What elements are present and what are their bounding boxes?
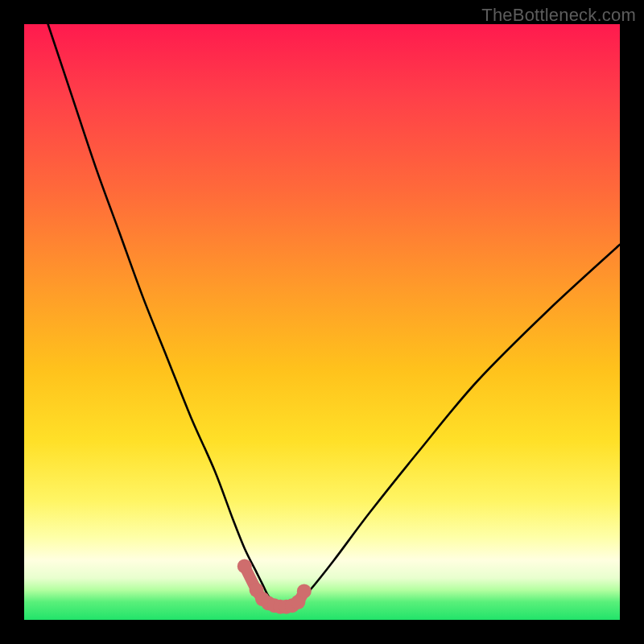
highlight-marker <box>297 584 312 598</box>
plot-area <box>24 24 620 620</box>
highlight-markers <box>237 559 312 613</box>
highlight-marker <box>237 559 252 573</box>
chart-frame: TheBottleneck.com <box>0 0 644 644</box>
watermark-label: TheBottleneck.com <box>481 5 636 26</box>
bottleneck-curve <box>48 24 620 609</box>
curve-layer <box>24 24 620 620</box>
